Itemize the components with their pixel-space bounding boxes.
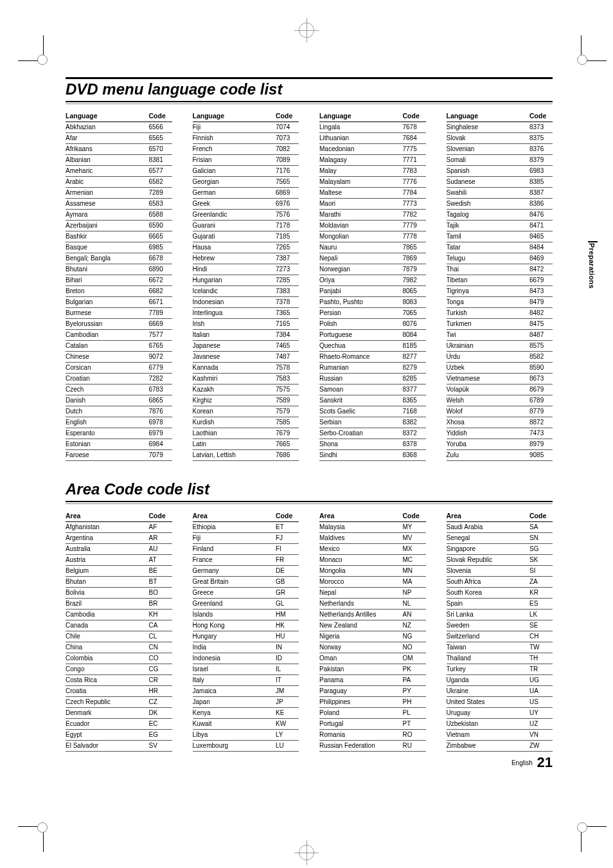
row-key: Jamaica	[193, 686, 276, 696]
row-code: AT	[149, 555, 172, 565]
row-key: Galician	[193, 166, 276, 176]
row-code: FJ	[276, 533, 299, 543]
row-code: 7465	[276, 341, 299, 351]
row-code: HR	[149, 686, 172, 696]
row-code: MX	[403, 544, 426, 554]
row-key: Panama	[319, 675, 403, 685]
row-code: 8379	[529, 155, 553, 165]
table-row: Shona8378	[319, 439, 426, 450]
table-row: Oriya7982	[319, 275, 426, 286]
row-code: GR	[276, 588, 299, 598]
row-code: 6789	[529, 395, 553, 406]
table-row: NetherlandsNL	[319, 599, 426, 610]
row-code: HM	[276, 610, 299, 620]
row-key: Zimbabwe	[447, 741, 530, 751]
row-code: 7074	[276, 122, 299, 132]
table-row: PanamaPA	[319, 675, 426, 686]
row-code: 7089	[276, 155, 299, 165]
row-key: Volapük	[447, 384, 530, 395]
table-row: Costa RicaCR	[66, 675, 172, 686]
table-row: Gujarati7185	[193, 231, 299, 242]
row-key: Bulgarian	[66, 297, 149, 307]
row-code: BR	[149, 599, 172, 609]
row-code: TR	[529, 664, 553, 674]
table-row: Vietnamese8673	[447, 374, 553, 384]
row-code: BE	[149, 566, 172, 576]
row-key: Greece	[193, 588, 276, 598]
row-key: Hausa	[193, 242, 276, 253]
row-key: Tigrinya	[447, 286, 530, 296]
row-key: Saudi Arabia	[447, 522, 530, 532]
row-code: CL	[149, 631, 172, 642]
row-code: 6779	[149, 363, 172, 373]
row-code: 7579	[276, 406, 299, 417]
row-key: Pakistan	[319, 664, 403, 674]
row-key: Kannada	[193, 363, 276, 373]
row-code: 8779	[529, 406, 553, 417]
table-row: Latvian, Lettish7686	[193, 450, 299, 461]
table-row: Urdu8582	[447, 352, 553, 363]
row-key: Israel	[193, 664, 276, 674]
table-row: Slovenian8376	[447, 144, 553, 155]
row-key: Egypt	[66, 730, 149, 740]
row-code: 7982	[403, 275, 426, 285]
row-key: Maltese	[319, 188, 403, 198]
row-code: 8465	[529, 231, 553, 242]
row-key: Tajik	[447, 221, 530, 231]
registration-mark-icon	[299, 23, 314, 38]
row-key: Quechua	[319, 341, 403, 351]
table-row: Cambodian7577	[66, 330, 172, 341]
row-code: AR	[149, 533, 172, 543]
row-code: 7265	[276, 242, 299, 253]
row-code: 7575	[276, 384, 299, 395]
row-code: GB	[276, 577, 299, 587]
row-key: Japanese	[193, 341, 276, 351]
row-code: ES	[529, 599, 553, 609]
column-header: LanguageCode	[447, 111, 553, 122]
row-key: Moldavian	[319, 221, 403, 231]
table-row: VietnamVN	[447, 730, 553, 741]
table-row: GreeceGR	[193, 588, 299, 599]
row-key: Serbo-Croatian	[319, 428, 403, 439]
table-row: Irish7165	[193, 319, 299, 330]
table-row: Korean7579	[193, 406, 299, 417]
row-code: TH	[529, 653, 553, 664]
row-key: Russian	[319, 374, 403, 384]
table-row: Afrikaans6570	[66, 144, 172, 155]
row-code: 8473	[529, 286, 553, 296]
row-key: Ukrainian	[447, 341, 530, 351]
table-row: Tonga8479	[447, 297, 553, 308]
row-key: Swahili	[447, 188, 530, 198]
table-row: Latin7665	[193, 439, 299, 450]
row-code: MV	[403, 533, 426, 543]
row-key: Poland	[319, 708, 403, 718]
row-code: 9085	[529, 450, 553, 460]
row-code: 6671	[149, 297, 172, 307]
table-row: Malagasy7771	[319, 155, 426, 166]
table-row: SenegalSN	[447, 533, 553, 544]
row-code: 8279	[403, 363, 426, 373]
row-code: 7784	[403, 188, 426, 198]
row-code: 8376	[529, 144, 553, 154]
row-code: 8471	[529, 221, 553, 231]
row-code: 6590	[149, 221, 172, 231]
table-row: Corsican6779	[66, 363, 172, 374]
row-code: 7082	[276, 144, 299, 154]
row-key: Albanian	[66, 155, 149, 165]
row-key: Wolof	[447, 406, 530, 417]
table-row: UgandaUG	[447, 675, 553, 686]
row-key: Portugal	[319, 719, 403, 729]
row-code: IN	[276, 642, 299, 653]
table-row: Hungarian7285	[193, 275, 299, 286]
row-key: Sudanese	[447, 177, 530, 187]
table-row: Tatar8484	[447, 242, 553, 253]
row-code: 8387	[529, 188, 553, 198]
row-key: Spain	[447, 599, 530, 609]
row-key: Japan	[193, 697, 276, 707]
row-code: BT	[149, 577, 172, 587]
table-row: JamaicaJM	[193, 686, 299, 697]
row-key: Costa Rica	[66, 675, 149, 685]
row-code: PY	[403, 686, 426, 696]
row-key: Shona	[319, 439, 403, 449]
row-code: 6869	[276, 188, 299, 198]
